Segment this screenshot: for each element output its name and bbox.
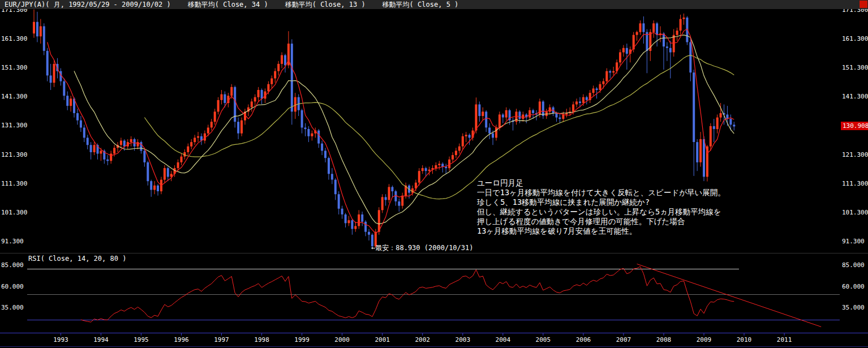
year-label: 1999 bbox=[294, 336, 310, 343]
commentary-line: 押し上げる程度の値動きで今月修理用の可能性。下げた場合 bbox=[477, 217, 725, 226]
year-label: 2000 bbox=[334, 336, 350, 343]
low-annotation: ←最安：88.930 (2000/10/31) bbox=[371, 243, 474, 253]
year-label: 2002 bbox=[415, 336, 430, 343]
year-label: 2010 bbox=[737, 336, 752, 343]
rsi-axis-label-left: 85.000 bbox=[1, 261, 24, 269]
year-label: 2008 bbox=[656, 336, 672, 343]
price-axis-label-left: 111.300 bbox=[1, 180, 27, 187]
price-axis-label-right: 91.300 bbox=[842, 238, 865, 245]
ma5-label: 移動平均( Close, 5 ) bbox=[383, 0, 459, 9]
chart-canvas[interactable]: 171.300171.300161.300161.300151.300151.3… bbox=[0, 0, 868, 348]
instrument-title: EUR/JPY(A)( 月, 1992/05/29 - 2009/10/02 ) bbox=[5, 0, 171, 9]
price-axis-label-left: 101.300 bbox=[1, 209, 27, 216]
commentary-line: 13ヶ月移動平均線を破り7月安値を王可能性。 bbox=[477, 226, 725, 236]
ma13-label: 移動平均( Close, 13 ) bbox=[285, 0, 366, 9]
price-axis-label-right: 141.300 bbox=[842, 93, 868, 100]
rsi-axis-label-left: 60.000 bbox=[1, 283, 24, 290]
price-axis-label-left: 151.300 bbox=[1, 64, 27, 71]
ma34-label: 移動平均( Close, 34 ) bbox=[188, 0, 268, 9]
price-axis-label-right: 101.300 bbox=[842, 209, 868, 216]
price-axis-label-left: 91.300 bbox=[1, 238, 24, 245]
commentary-line: 珍しく5、13移動平均線に挟まれた展開か継続か? bbox=[477, 197, 725, 207]
year-label: 1998 bbox=[254, 336, 269, 343]
alert-marker bbox=[860, 1, 867, 8]
rsi-axis-label-right: 85.000 bbox=[842, 261, 865, 269]
rsi-label: RSI( Close, 14, 20, 80 ) bbox=[28, 255, 126, 263]
price-axis-label-left: 141.300 bbox=[1, 93, 27, 100]
commentary-line: 一日で13ヶ月移動平均線を付けて大きく反転と、スピードが早い展開。 bbox=[477, 188, 725, 197]
year-label: 1995 bbox=[134, 336, 149, 343]
chart-window: EUR/JPY(A)( 月, 1992/05/29 - 2009/10/02 )… bbox=[0, 0, 868, 348]
current-price-tag: 130.908 bbox=[841, 122, 868, 130]
price-axis-label-right: 151.300 bbox=[842, 64, 868, 71]
year-label: 2011 bbox=[777, 336, 792, 343]
year-label: 2001 bbox=[375, 336, 390, 343]
price-axis-label-right: 121.300 bbox=[842, 151, 868, 158]
commentary-line: 但し、継続するというパターンは珍しい。上昇なら5ヵ月移動平均線を bbox=[477, 207, 725, 217]
price-axis-label-left: 121.300 bbox=[1, 151, 27, 158]
year-label: 2006 bbox=[576, 336, 591, 343]
year-label: 1994 bbox=[93, 336, 109, 343]
year-label: 2003 bbox=[456, 336, 471, 343]
price-axis-label-right: 111.300 bbox=[842, 180, 868, 187]
year-label: 2004 bbox=[496, 336, 511, 343]
price-axis-label-right: 161.300 bbox=[842, 35, 868, 42]
commentary-text: ユーロ円月足 一日で13ヶ月移動平均線を付けて大きく反転と、スピードが早い展開。… bbox=[477, 178, 725, 236]
commentary-line: ユーロ円月足 bbox=[477, 178, 725, 188]
rsi-axis-label-left: 35.000 bbox=[1, 304, 24, 311]
year-label: 2009 bbox=[697, 336, 712, 343]
year-label: 1996 bbox=[174, 336, 189, 343]
rsi-axis-label-right: 60.000 bbox=[842, 283, 865, 290]
price-axis-label-left: 161.300 bbox=[1, 35, 27, 42]
rsi-axis-label-right: 35.000 bbox=[842, 304, 865, 311]
chart-header: EUR/JPY(A)( 月, 1992/05/29 - 2009/10/02 )… bbox=[0, 0, 868, 9]
year-label: 1997 bbox=[214, 336, 229, 343]
year-label: 2007 bbox=[616, 336, 631, 343]
price-axis-label-left: 131.300 bbox=[1, 122, 27, 129]
rsi-chart-area[interactable] bbox=[27, 255, 840, 332]
year-label: 1993 bbox=[53, 336, 68, 343]
year-label: 2005 bbox=[536, 336, 551, 343]
current-price-value: 130.908 bbox=[843, 122, 868, 130]
